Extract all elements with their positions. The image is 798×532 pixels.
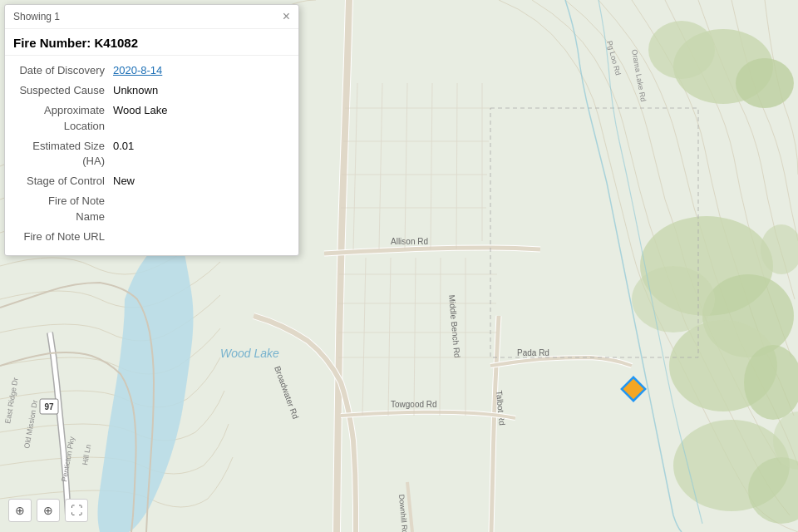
- svg-text:Wood Lake: Wood Lake: [220, 347, 279, 360]
- svg-point-2: [648, 21, 715, 79]
- info-row: Suspected CauseUnknown: [13, 81, 290, 101]
- field-value: Wood Lake: [113, 103, 168, 133]
- svg-point-3: [736, 58, 794, 108]
- popup-body: Date of Discovery2020-8-14Suspected Caus…: [5, 56, 298, 255]
- field-label: ApproximateLocation: [13, 103, 113, 133]
- field-value: New: [113, 174, 135, 189]
- field-value: 0.01: [113, 139, 134, 169]
- info-row: Estimated Size(HA)0.01: [13, 136, 290, 171]
- field-label: Suspected Cause: [13, 83, 113, 98]
- field-label: Estimated Size(HA): [13, 139, 113, 169]
- info-row: Fire of NoteName: [13, 191, 290, 226]
- info-row: Fire of Note URL: [13, 227, 290, 247]
- zoom-home-button[interactable]: ⊕: [8, 499, 32, 522]
- info-row: ApproximateLocationWood Lake: [13, 101, 290, 135]
- info-row: Date of Discovery2020-8-14: [13, 61, 290, 81]
- fire-number-title: Fire Number: K41082: [5, 29, 298, 56]
- zoom-in-button[interactable]: ⊕: [37, 499, 60, 522]
- svg-text:97: 97: [44, 402, 54, 411]
- svg-point-6: [632, 266, 715, 332]
- field-label: Fire of Note URL: [13, 229, 113, 244]
- showing-label: Showing 1: [13, 11, 60, 22]
- field-value: Unknown: [113, 83, 158, 98]
- popup-header: Showing 1 ×: [5, 5, 298, 29]
- info-popup: Showing 1 × Fire Number: K41082 Date of …: [4, 4, 299, 256]
- fullscreen-button[interactable]: ⛶: [65, 499, 88, 522]
- field-label: Stage of Control: [13, 174, 113, 189]
- field-label: Fire of NoteName: [13, 194, 113, 224]
- field-label: Date of Discovery: [13, 63, 113, 78]
- close-button[interactable]: ×: [283, 10, 290, 23]
- map-controls: ⊕ ⊕ ⛶: [8, 499, 88, 522]
- svg-text:Allison Rd: Allison Rd: [391, 237, 428, 246]
- info-row: Stage of ControlNew: [13, 171, 290, 191]
- svg-text:Pada Rd: Pada Rd: [517, 348, 549, 357]
- field-value[interactable]: 2020-8-14: [113, 63, 162, 78]
